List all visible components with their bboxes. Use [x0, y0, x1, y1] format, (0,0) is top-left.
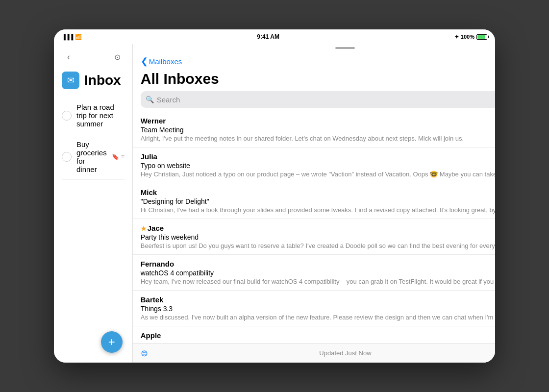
add-task-button[interactable]: +: [101, 331, 123, 353]
mail-preview: As we discussed, I've now built an alpha…: [141, 314, 495, 321]
circle-check-button[interactable]: ⊙: [111, 50, 125, 64]
battery-fill: [477, 35, 485, 39]
battery-icon: [476, 34, 487, 40]
mail-item-bartek[interactable]: Bartek 2:11 PM › Things 3.3 As we discus…: [133, 291, 495, 326]
battery-percent: 100%: [461, 34, 474, 40]
search-placeholder: Search: [157, 96, 180, 104]
right-panel: ❮ Mailboxes Edit All Inboxes 🔍 Search We…: [133, 44, 495, 363]
drag-handle: [335, 47, 355, 49]
status-time: 9:41 AM: [257, 33, 279, 40]
inbox-title: Inbox: [84, 73, 121, 88]
mail-item-header: Werner 3:19 PM ›: [141, 117, 495, 125]
chevron-left-icon: ❮: [141, 56, 148, 67]
mail-item-header: Apple 4/4/17 ›: [141, 331, 495, 340]
mail-subject: Party this weekend: [141, 233, 495, 241]
mail-sender: Werner: [141, 117, 166, 125]
inbox-app-icon: ✉: [62, 72, 79, 89]
task-item-2: Buy groceries for dinner 🔖 ≡: [62, 134, 125, 180]
mail-preview: Hi Christian, I've had a look through yo…: [141, 206, 495, 214]
mail-sender: Fernando: [141, 260, 174, 268]
mail-sender: Apple: [141, 331, 161, 340]
back-icon: ‹: [67, 52, 70, 62]
mail-preview: Alright, I've put the meeting notes in o…: [141, 135, 495, 142]
footer-status: Updated Just Now: [319, 349, 371, 357]
status-left: ▐▐▐ 📶: [62, 34, 82, 40]
left-header: ‹ ⊙: [54, 44, 132, 68]
task-checkbox-1[interactable]: [62, 111, 72, 121]
mail-preview: Beerfest is upon us! Do you guys want to…: [141, 242, 495, 249]
mail-subject: Team Meeting: [141, 126, 495, 134]
mail-item-header: Fernando 2:11 PM ›: [141, 260, 495, 268]
all-inboxes-title: All Inboxes: [133, 69, 495, 91]
filter-icon[interactable]: ⊜: [141, 348, 148, 359]
tablet-frame: ▐▐▐ 📶 9:41 AM ✦ 100% ‹ ⊙: [54, 29, 495, 363]
signal-icon: ▐▐▐: [62, 34, 73, 40]
inbox-icon-glyph: ✉: [67, 75, 75, 86]
mail-item-mick[interactable]: Mick 2:20 PM › "Designing for Delight" H…: [133, 183, 495, 219]
star-icon: ★: [141, 225, 147, 232]
content-area: ‹ ⊙ ✉ Inbox Plan a road trip for next su…: [54, 44, 495, 363]
drag-handle-row: [133, 44, 495, 52]
left-panel: ‹ ⊙ ✉ Inbox Plan a road trip for next su…: [54, 44, 133, 363]
tasks-list: Plan a road trip for next summer Buy gro…: [54, 97, 132, 363]
mail-subject: Things 3.3: [141, 305, 495, 313]
mailboxes-back-button[interactable]: ❮ Mailboxes: [141, 56, 182, 67]
note-icon: ≡: [121, 153, 125, 160]
task-text-2: Buy groceries for dinner: [76, 140, 107, 173]
mail-subject: watchOS 4 compatibility: [141, 269, 495, 277]
mailboxes-label: Mailboxes: [149, 57, 182, 66]
mail-sender: Bartek: [141, 295, 164, 304]
mail-item-fernando[interactable]: Fernando 2:11 PM › watchOS 4 compatibili…: [133, 255, 495, 291]
task-checkbox-2[interactable]: [62, 152, 72, 162]
task-icons: 🔖 ≡: [112, 153, 125, 160]
status-bar: ▐▐▐ 📶 9:41 AM ✦ 100%: [54, 29, 495, 44]
mail-footer: ⊜ Updated Just Now ✏: [133, 343, 495, 363]
task-item: Plan a road trip for next summer: [62, 97, 125, 134]
mail-list: Werner 3:19 PM › Team Meeting Alright, I…: [133, 112, 495, 343]
bluetooth-icon: ✦: [454, 34, 459, 40]
mail-preview: Hey team, I've now released our final bu…: [141, 278, 495, 285]
mail-subject: Typo on website: [141, 162, 495, 170]
circle-check-icon: ⊙: [114, 52, 121, 62]
task-text-1: Plan a road trip for next summer: [76, 103, 125, 128]
mail-item-header: Julia 3:19 PM ›: [141, 152, 495, 161]
mail-sender: Julia: [141, 152, 157, 161]
search-bar[interactable]: 🔍 Search: [141, 91, 495, 108]
mail-nav: ❮ Mailboxes Edit: [133, 52, 495, 69]
search-icon: 🔍: [146, 96, 154, 103]
mail-sender: Mick: [141, 188, 157, 196]
mail-item-jace[interactable]: ★Jace 2:14 PM › Party this weekend Beerf…: [133, 219, 495, 255]
mail-subject: "Designing for Delight": [141, 197, 495, 205]
back-button[interactable]: ‹: [62, 50, 75, 64]
mail-preview: Hey Christian, Just noticed a typo on ou…: [141, 171, 495, 178]
status-right: ✦ 100%: [454, 34, 487, 40]
mail-item-apple[interactable]: Apple 4/4/17 ›: [133, 326, 495, 343]
wifi-icon: 📶: [75, 34, 82, 40]
mail-sender: ★Jace: [141, 224, 164, 232]
mail-item-header: ★Jace 2:14 PM ›: [141, 224, 495, 232]
plus-icon: +: [108, 335, 115, 349]
mail-item-julia[interactable]: Julia 3:19 PM › Typo on website Hey Chri…: [133, 147, 495, 183]
reminder-icon: 🔖: [112, 153, 119, 160]
mail-item-header: Bartek 2:11 PM ›: [141, 295, 495, 304]
mail-item-werner[interactable]: Werner 3:19 PM › Team Meeting Alright, I…: [133, 112, 495, 147]
inbox-title-row: ✉ Inbox: [54, 68, 132, 97]
mail-item-header: Mick 2:20 PM ›: [141, 188, 495, 196]
